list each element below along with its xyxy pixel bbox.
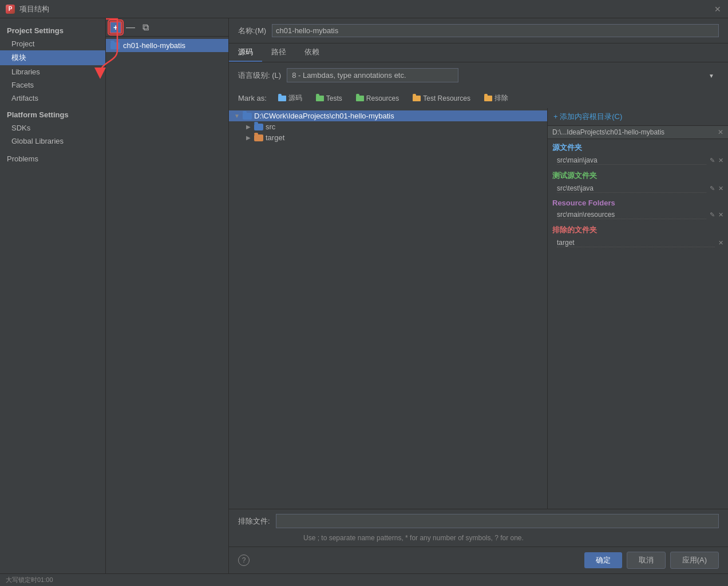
module-list-item[interactable]: ch01-hello-mybatis [106,39,228,52]
help-button[interactable]: ? [238,555,250,566]
excluded-folders-remove-icon[interactable]: ✕ [718,239,723,247]
copy-module-button[interactable]: ⧉ [139,21,152,34]
sidebar-item-libraries[interactable]: Libraries [0,65,105,78]
cancel-button[interactable]: 取消 [627,552,666,569]
excluded-folder-icon [484,96,492,101]
excluded-folders-entry: target ✕ [552,237,723,248]
tree-target-item[interactable]: ▶ target [229,132,547,143]
src-folder-icon [254,124,263,130]
content-roots-path-row: D:\...IdeaProjects\ch01-hello-mybatis ✕ [548,126,728,139]
status-bar: 大写锁定时01:00 [0,573,728,586]
language-level-wrapper: 3 - JDK 1.34 - JDK 1.45 - JDK 56 - JDK 6… [287,68,719,82]
test-source-folders-entry: src\test\java ✎ ✕ [552,183,723,194]
sidebar-item-sdks[interactable]: SDKs [0,121,105,134]
test-source-folders-title: 测试源文件夹 [552,171,723,181]
name-input[interactable] [272,24,719,37]
sidebar-item-artifacts[interactable]: Artifacts [0,92,105,105]
sources-folder-icon [278,96,286,101]
root-folder-icon [243,113,252,120]
source-folders-title: 源文件夹 [552,142,723,153]
resource-folders-title: Resource Folders [552,199,723,207]
resources-folder-icon [356,96,364,101]
source-folders-path: src\main\java [557,156,706,165]
content-roots-close-button[interactable]: ✕ [718,128,723,136]
dialog-title: 项目结构 [19,4,713,14]
markas-resources-button[interactable]: Resources [351,93,403,104]
resource-folders-remove-icon[interactable]: ✕ [718,211,723,219]
tree-root-item[interactable]: ▼ D:\CWork\IdeaProjects\ch01-hello-mybat… [229,110,547,121]
file-tree: ▼ D:\CWork\IdeaProjects\ch01-hello-mybat… [229,108,548,509]
excluded-folders-section: 排除的文件夹 target ✕ [548,221,728,250]
markas-sources-button[interactable]: 源码 [274,92,307,105]
name-row: 名称:(M) [229,18,728,43]
sidebar-item-modules[interactable]: 模块 [0,50,105,65]
exclude-files-label: 排除文件: [238,516,270,526]
tab-source[interactable]: 源码 [229,43,262,62]
test-source-folders-edit-icon[interactable]: ✎ [710,185,715,192]
test-source-folders-remove-icon[interactable]: ✕ [718,185,723,192]
bottom-left: ? [238,555,580,566]
platform-settings-header: Platform Settings [0,105,105,121]
ok-button[interactable]: 确定 [584,552,622,568]
exclude-files-row: 排除文件: [229,509,728,533]
tree-expand-icon: ▼ [234,113,240,120]
content-roots-header: + 添加内容根目录(C) [548,108,728,126]
sidebar: Project Settings Project 模块 Libraries Fa… [0,18,106,573]
tab-path[interactable]: 路径 [262,43,295,62]
sidebar-item-problems[interactable]: Problems [0,150,105,165]
markas-excluded-button[interactable]: 排除 [480,92,513,105]
module-list-panel: + — ⧉ ch01-hello-mybatis [106,18,229,573]
add-content-root-button[interactable]: + 添加内容根目录(C) [553,112,622,122]
status-text: 大写锁定时01:00 [6,576,53,584]
source-tabs: 源码 路径 依赖 [229,43,728,62]
mark-as-label: Mark as: [238,94,267,102]
apply-button[interactable]: 应用(A) [670,552,719,569]
project-settings-header: Project Settings [0,23,105,37]
module-folder-icon [110,42,120,49]
module-list: ch01-hello-mybatis [106,37,228,573]
app-icon: P [6,5,15,14]
resource-folders-entry: src\main\resources ✎ ✕ [552,209,723,220]
mark-as-row: Mark as: 源码 Tests Resources Test Resourc… [229,88,728,108]
chevron-down-icon: ▼ [709,72,714,78]
tests-folder-icon [316,96,324,101]
language-level-label: 语言级别: (L) [238,70,281,81]
split-area: ▼ D:\CWork\IdeaProjects\ch01-hello-mybat… [229,108,728,509]
test-resources-folder-icon [413,96,421,101]
resource-folders-section: Resource Folders src\main\resources ✎ ✕ [548,195,728,221]
sidebar-item-global-libraries[interactable]: Global Libraries [0,134,105,148]
add-module-button[interactable]: + [109,21,122,34]
excluded-folders-path: target [557,239,715,247]
module-toolbar: + — ⧉ [106,18,228,37]
language-level-row: 语言级别: (L) 3 - JDK 1.34 - JDK 1.45 - JDK … [229,62,728,88]
test-source-folders-path: src\test\java [557,184,706,193]
sidebar-item-facets[interactable]: Facets [0,78,105,92]
content-roots-panel: + 添加内容根目录(C) D:\...IdeaProjects\ch01-hel… [548,108,728,509]
remove-module-button[interactable]: — [124,21,137,34]
target-folder-icon [254,134,263,141]
dialog-content: Project Settings Project 模块 Libraries Fa… [0,18,728,573]
bottom-bar: ? 确定 取消 应用(A) [229,547,728,573]
sidebar-item-project[interactable]: Project [0,37,105,50]
exclude-help-text: Use ; to separate name patterns, * for a… [229,533,728,547]
markas-test-resources-button[interactable]: Test Resources [408,93,475,104]
exclude-files-input[interactable] [276,514,719,528]
test-source-folders-section: 测试源文件夹 src\test\java ✎ ✕ [548,167,728,195]
tree-src-item[interactable]: ▶ src [229,121,547,132]
tree-expand-icon: ▶ [245,134,252,141]
markas-tests-button[interactable]: Tests [311,93,347,104]
source-folders-section: 源文件夹 src\main\java ✎ ✕ [548,139,728,167]
excluded-folders-title: 排除的文件夹 [552,225,723,235]
source-folders-edit-icon[interactable]: ✎ [710,157,715,164]
language-level-select[interactable]: 3 - JDK 1.34 - JDK 1.45 - JDK 56 - JDK 6… [287,68,458,82]
detail-panel: 名称:(M) 源码 路径 依赖 语言级别: (L) 3 - JDK 1. [229,18,728,573]
source-folders-entry: src\main\java ✎ ✕ [552,155,723,166]
tab-deps[interactable]: 依赖 [295,43,329,62]
project-structure-dialog: P 项目结构 ✕ Project Settings Project 模块 Lib… [0,0,728,586]
content-roots-path-text: D:\...IdeaProjects\ch01-hello-mybatis [552,128,715,136]
titlebar: P 项目结构 ✕ [0,0,728,18]
close-button[interactable]: ✕ [713,5,722,14]
resource-folders-path: src\main\resources [557,211,706,219]
resource-folders-edit-icon[interactable]: ✎ [710,211,715,219]
source-folders-remove-icon[interactable]: ✕ [718,157,723,164]
